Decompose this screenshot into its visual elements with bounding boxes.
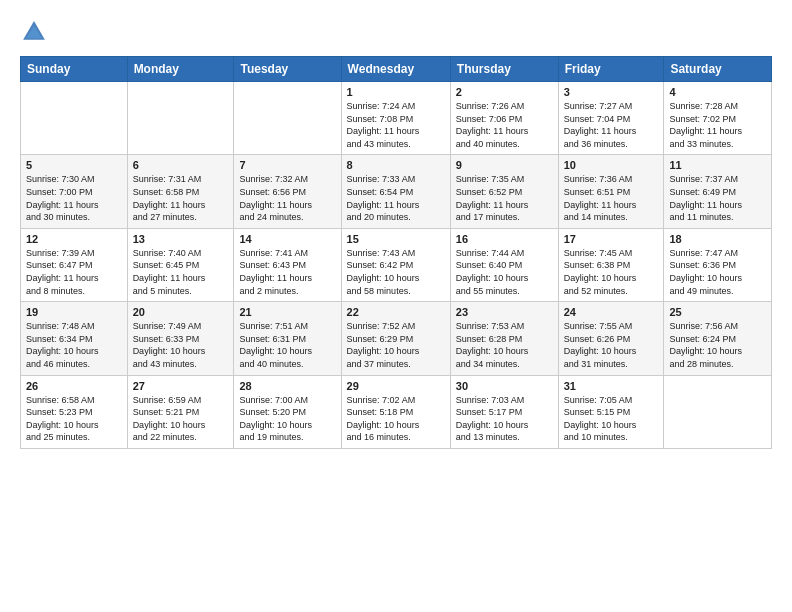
day-number: 3 <box>564 86 659 98</box>
day-info: Sunrise: 7:28 AM Sunset: 7:02 PM Dayligh… <box>669 100 766 150</box>
calendar-week-row: 12Sunrise: 7:39 AM Sunset: 6:47 PM Dayli… <box>21 228 772 301</box>
day-number: 28 <box>239 380 335 392</box>
calendar-cell: 16Sunrise: 7:44 AM Sunset: 6:40 PM Dayli… <box>450 228 558 301</box>
day-info: Sunrise: 7:48 AM Sunset: 6:34 PM Dayligh… <box>26 320 122 370</box>
day-number: 29 <box>347 380 445 392</box>
calendar-cell <box>664 375 772 448</box>
calendar-cell: 22Sunrise: 7:52 AM Sunset: 6:29 PM Dayli… <box>341 302 450 375</box>
calendar-cell: 5Sunrise: 7:30 AM Sunset: 7:00 PM Daylig… <box>21 155 128 228</box>
day-info: Sunrise: 7:53 AM Sunset: 6:28 PM Dayligh… <box>456 320 553 370</box>
day-number: 4 <box>669 86 766 98</box>
calendar-cell: 3Sunrise: 7:27 AM Sunset: 7:04 PM Daylig… <box>558 82 664 155</box>
day-info: Sunrise: 7:24 AM Sunset: 7:08 PM Dayligh… <box>347 100 445 150</box>
calendar-cell: 29Sunrise: 7:02 AM Sunset: 5:18 PM Dayli… <box>341 375 450 448</box>
day-info: Sunrise: 7:40 AM Sunset: 6:45 PM Dayligh… <box>133 247 229 297</box>
day-info: Sunrise: 7:45 AM Sunset: 6:38 PM Dayligh… <box>564 247 659 297</box>
day-number: 9 <box>456 159 553 171</box>
calendar-cell: 23Sunrise: 7:53 AM Sunset: 6:28 PM Dayli… <box>450 302 558 375</box>
day-number: 2 <box>456 86 553 98</box>
day-number: 27 <box>133 380 229 392</box>
day-info: Sunrise: 7:27 AM Sunset: 7:04 PM Dayligh… <box>564 100 659 150</box>
calendar-cell: 14Sunrise: 7:41 AM Sunset: 6:43 PM Dayli… <box>234 228 341 301</box>
calendar-cell: 31Sunrise: 7:05 AM Sunset: 5:15 PM Dayli… <box>558 375 664 448</box>
day-info: Sunrise: 7:44 AM Sunset: 6:40 PM Dayligh… <box>456 247 553 297</box>
day-info: Sunrise: 7:33 AM Sunset: 6:54 PM Dayligh… <box>347 173 445 223</box>
day-info: Sunrise: 7:31 AM Sunset: 6:58 PM Dayligh… <box>133 173 229 223</box>
calendar-cell: 27Sunrise: 6:59 AM Sunset: 5:21 PM Dayli… <box>127 375 234 448</box>
calendar-week-row: 26Sunrise: 6:58 AM Sunset: 5:23 PM Dayli… <box>21 375 772 448</box>
weekday-header-thursday: Thursday <box>450 57 558 82</box>
day-number: 24 <box>564 306 659 318</box>
day-info: Sunrise: 7:30 AM Sunset: 7:00 PM Dayligh… <box>26 173 122 223</box>
day-number: 20 <box>133 306 229 318</box>
day-info: Sunrise: 7:35 AM Sunset: 6:52 PM Dayligh… <box>456 173 553 223</box>
calendar-cell: 12Sunrise: 7:39 AM Sunset: 6:47 PM Dayli… <box>21 228 128 301</box>
calendar-cell: 30Sunrise: 7:03 AM Sunset: 5:17 PM Dayli… <box>450 375 558 448</box>
calendar-cell: 10Sunrise: 7:36 AM Sunset: 6:51 PM Dayli… <box>558 155 664 228</box>
calendar-cell: 20Sunrise: 7:49 AM Sunset: 6:33 PM Dayli… <box>127 302 234 375</box>
calendar-cell: 25Sunrise: 7:56 AM Sunset: 6:24 PM Dayli… <box>664 302 772 375</box>
calendar-cell <box>127 82 234 155</box>
day-number: 12 <box>26 233 122 245</box>
calendar-cell: 17Sunrise: 7:45 AM Sunset: 6:38 PM Dayli… <box>558 228 664 301</box>
day-number: 1 <box>347 86 445 98</box>
calendar-cell <box>234 82 341 155</box>
calendar-cell: 19Sunrise: 7:48 AM Sunset: 6:34 PM Dayli… <box>21 302 128 375</box>
day-info: Sunrise: 7:00 AM Sunset: 5:20 PM Dayligh… <box>239 394 335 444</box>
day-info: Sunrise: 7:55 AM Sunset: 6:26 PM Dayligh… <box>564 320 659 370</box>
day-info: Sunrise: 7:37 AM Sunset: 6:49 PM Dayligh… <box>669 173 766 223</box>
day-number: 21 <box>239 306 335 318</box>
day-number: 16 <box>456 233 553 245</box>
day-info: Sunrise: 7:39 AM Sunset: 6:47 PM Dayligh… <box>26 247 122 297</box>
logo <box>20 18 52 46</box>
weekday-header-wednesday: Wednesday <box>341 57 450 82</box>
day-number: 22 <box>347 306 445 318</box>
day-number: 23 <box>456 306 553 318</box>
calendar-cell: 28Sunrise: 7:00 AM Sunset: 5:20 PM Dayli… <box>234 375 341 448</box>
day-number: 15 <box>347 233 445 245</box>
calendar-cell: 24Sunrise: 7:55 AM Sunset: 6:26 PM Dayli… <box>558 302 664 375</box>
weekday-header-row: SundayMondayTuesdayWednesdayThursdayFrid… <box>21 57 772 82</box>
day-number: 11 <box>669 159 766 171</box>
day-number: 18 <box>669 233 766 245</box>
calendar-week-row: 19Sunrise: 7:48 AM Sunset: 6:34 PM Dayli… <box>21 302 772 375</box>
calendar-week-row: 1Sunrise: 7:24 AM Sunset: 7:08 PM Daylig… <box>21 82 772 155</box>
day-number: 5 <box>26 159 122 171</box>
day-info: Sunrise: 7:51 AM Sunset: 6:31 PM Dayligh… <box>239 320 335 370</box>
day-number: 17 <box>564 233 659 245</box>
day-info: Sunrise: 6:59 AM Sunset: 5:21 PM Dayligh… <box>133 394 229 444</box>
weekday-header-tuesday: Tuesday <box>234 57 341 82</box>
day-info: Sunrise: 7:52 AM Sunset: 6:29 PM Dayligh… <box>347 320 445 370</box>
calendar-cell: 2Sunrise: 7:26 AM Sunset: 7:06 PM Daylig… <box>450 82 558 155</box>
calendar-table: SundayMondayTuesdayWednesdayThursdayFrid… <box>20 56 772 449</box>
day-info: Sunrise: 7:43 AM Sunset: 6:42 PM Dayligh… <box>347 247 445 297</box>
day-info: Sunrise: 7:49 AM Sunset: 6:33 PM Dayligh… <box>133 320 229 370</box>
day-info: Sunrise: 7:47 AM Sunset: 6:36 PM Dayligh… <box>669 247 766 297</box>
calendar-cell: 21Sunrise: 7:51 AM Sunset: 6:31 PM Dayli… <box>234 302 341 375</box>
calendar-cell: 18Sunrise: 7:47 AM Sunset: 6:36 PM Dayli… <box>664 228 772 301</box>
day-number: 25 <box>669 306 766 318</box>
calendar-cell: 1Sunrise: 7:24 AM Sunset: 7:08 PM Daylig… <box>341 82 450 155</box>
day-number: 10 <box>564 159 659 171</box>
day-info: Sunrise: 6:58 AM Sunset: 5:23 PM Dayligh… <box>26 394 122 444</box>
header <box>20 18 772 46</box>
day-info: Sunrise: 7:32 AM Sunset: 6:56 PM Dayligh… <box>239 173 335 223</box>
day-number: 6 <box>133 159 229 171</box>
day-info: Sunrise: 7:41 AM Sunset: 6:43 PM Dayligh… <box>239 247 335 297</box>
calendar-cell <box>21 82 128 155</box>
calendar-week-row: 5Sunrise: 7:30 AM Sunset: 7:00 PM Daylig… <box>21 155 772 228</box>
day-info: Sunrise: 7:26 AM Sunset: 7:06 PM Dayligh… <box>456 100 553 150</box>
calendar-cell: 6Sunrise: 7:31 AM Sunset: 6:58 PM Daylig… <box>127 155 234 228</box>
day-number: 8 <box>347 159 445 171</box>
weekday-header-saturday: Saturday <box>664 57 772 82</box>
day-number: 7 <box>239 159 335 171</box>
day-number: 14 <box>239 233 335 245</box>
day-info: Sunrise: 7:02 AM Sunset: 5:18 PM Dayligh… <box>347 394 445 444</box>
day-number: 13 <box>133 233 229 245</box>
calendar-cell: 13Sunrise: 7:40 AM Sunset: 6:45 PM Dayli… <box>127 228 234 301</box>
page: SundayMondayTuesdayWednesdayThursdayFrid… <box>0 0 792 459</box>
calendar-cell: 8Sunrise: 7:33 AM Sunset: 6:54 PM Daylig… <box>341 155 450 228</box>
day-info: Sunrise: 7:56 AM Sunset: 6:24 PM Dayligh… <box>669 320 766 370</box>
day-info: Sunrise: 7:03 AM Sunset: 5:17 PM Dayligh… <box>456 394 553 444</box>
day-info: Sunrise: 7:05 AM Sunset: 5:15 PM Dayligh… <box>564 394 659 444</box>
